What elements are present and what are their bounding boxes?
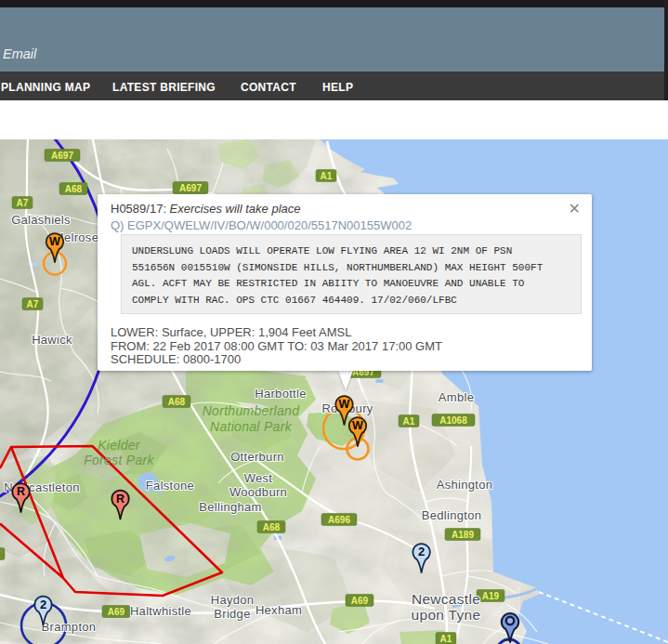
svg-text:A189: A189 xyxy=(452,530,474,540)
svg-text:Haydon: Haydon xyxy=(211,593,255,607)
svg-text:Harbottle: Harbottle xyxy=(255,387,306,401)
svg-text:W: W xyxy=(339,398,350,411)
svg-text:A7: A7 xyxy=(27,299,39,309)
svg-text:A1068: A1068 xyxy=(439,415,467,426)
svg-text:Bedlington: Bedlington xyxy=(422,508,481,522)
svg-text:Bridge: Bridge xyxy=(214,607,250,621)
svg-text:A1: A1 xyxy=(321,171,333,181)
svg-text:Hexham: Hexham xyxy=(255,603,302,617)
svg-text:A697: A697 xyxy=(51,151,73,161)
svg-text:2: 2 xyxy=(40,598,46,611)
svg-text:Brampton: Brampton xyxy=(42,620,97,634)
svg-text:Bellingham: Bellingham xyxy=(199,500,261,514)
svg-text:A69: A69 xyxy=(351,596,369,606)
svg-text:A696: A696 xyxy=(328,515,350,525)
svg-text:2: 2 xyxy=(418,545,425,559)
svg-text:Haltwhistle: Haltwhistle xyxy=(130,604,191,618)
svg-text:Newcastle: Newcastle xyxy=(412,591,480,607)
svg-text:W: W xyxy=(352,419,363,432)
svg-text:Amble: Amble xyxy=(439,390,474,404)
svg-text:A69: A69 xyxy=(108,607,125,617)
svg-text:Hawick: Hawick xyxy=(32,333,72,347)
svg-text:Kielder: Kielder xyxy=(98,438,141,453)
svg-text:A1: A1 xyxy=(440,634,452,644)
svg-text:A68: A68 xyxy=(168,397,186,407)
svg-text:A19: A19 xyxy=(482,591,500,601)
svg-text:A68: A68 xyxy=(65,184,83,194)
svg-text:Woodburn: Woodburn xyxy=(229,485,287,499)
svg-text:A7: A7 xyxy=(17,198,29,208)
svg-text:National Park: National Park xyxy=(210,419,293,434)
svg-text:A68: A68 xyxy=(263,522,281,532)
svg-text:Northumberland: Northumberland xyxy=(203,403,300,418)
svg-text:A1: A1 xyxy=(403,416,415,427)
svg-text:upon Tyne: upon Tyne xyxy=(412,607,481,623)
svg-text:Otterburn: Otterburn xyxy=(230,450,284,464)
svg-text:Falstone: Falstone xyxy=(146,479,194,493)
svg-text:A697: A697 xyxy=(179,183,202,193)
svg-text:West: West xyxy=(244,471,273,485)
svg-text:Ashington: Ashington xyxy=(437,478,493,492)
svg-text:R: R xyxy=(17,485,25,498)
svg-text:W: W xyxy=(49,235,60,248)
svg-text:Forest Park: Forest Park xyxy=(84,453,154,467)
svg-text:R: R xyxy=(116,493,124,506)
svg-text:Galashiels: Galashiels xyxy=(11,213,71,227)
